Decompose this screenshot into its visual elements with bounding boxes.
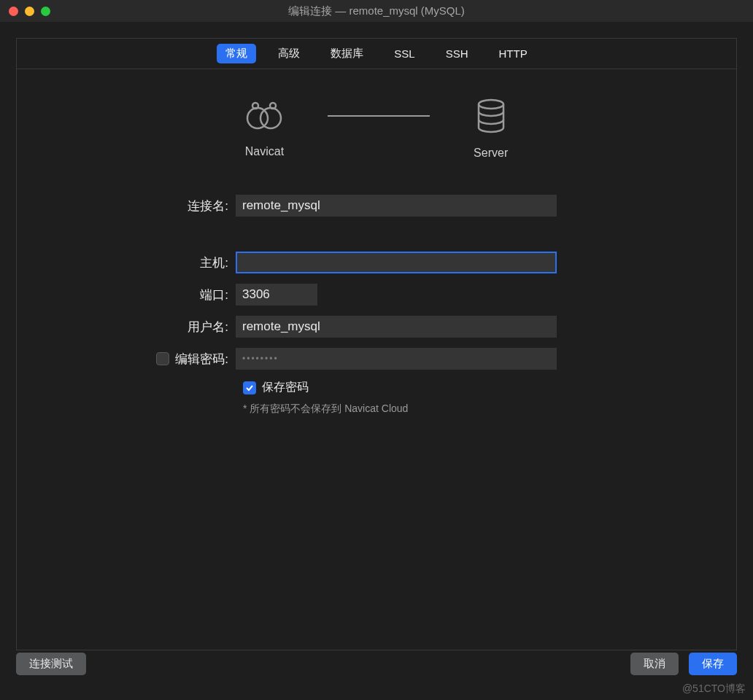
minimize-window-button[interactable]: [25, 7, 34, 16]
host-label: 主机:: [46, 254, 236, 271]
tab-http[interactable]: HTTP: [490, 44, 536, 63]
svg-point-4: [479, 100, 503, 109]
connection-name-label: 连接名:: [46, 198, 236, 214]
tab-advanced[interactable]: 高级: [269, 44, 309, 63]
tab-ssl[interactable]: SSL: [385, 44, 423, 63]
connection-form: 连接名: 主机: 端口: 用户名: 编辑密码: ••••••••: [17, 173, 736, 416]
maximize-window-button[interactable]: [41, 7, 50, 16]
save-password-checkbox[interactable]: [243, 381, 256, 394]
navicat-icon: [246, 100, 282, 135]
edit-password-checkbox[interactable]: [156, 352, 169, 365]
test-connection-button[interactable]: 连接测试: [16, 653, 86, 675]
username-label: 用户名:: [46, 319, 236, 335]
password-hint: * 所有密码不会保存到 Navicat Cloud: [243, 402, 707, 416]
edit-password-label-text: 编辑密码:: [175, 351, 228, 368]
svg-point-1: [260, 108, 281, 128]
save-password-row: 保存密码: [243, 380, 707, 395]
diagram-left-label: Navicat: [245, 145, 284, 158]
cancel-button[interactable]: 取消: [630, 653, 679, 675]
save-password-label: 保存密码: [262, 380, 309, 395]
svg-point-2: [252, 103, 258, 109]
diagram-connector-line: [328, 115, 430, 117]
watermark: @51CTO博客: [682, 682, 746, 696]
connection-diagram: Navicat Server: [17, 69, 736, 173]
port-label: 端口:: [46, 287, 236, 303]
window-title: 编辑连接 — remote_mysql (MySQL): [0, 4, 753, 18]
username-input[interactable]: [236, 316, 557, 338]
edit-password-label: 编辑密码:: [46, 351, 236, 368]
diagram-right-label: Server: [474, 147, 508, 160]
host-input[interactable]: [236, 252, 557, 273]
svg-point-3: [270, 103, 276, 109]
tab-database[interactable]: 数据库: [322, 44, 372, 63]
close-window-button[interactable]: [9, 7, 18, 16]
port-input[interactable]: [236, 284, 317, 306]
password-mask: ••••••••: [242, 354, 279, 364]
database-icon: [476, 98, 506, 136]
connection-name-input[interactable]: [236, 195, 557, 217]
main-panel: 常规 高级 数据库 SSL SSH HTTP Navicat: [16, 38, 737, 650]
tab-ssh[interactable]: SSH: [437, 44, 477, 63]
tabbar: 常规 高级 数据库 SSL SSH HTTP: [17, 39, 736, 69]
tab-general[interactable]: 常规: [217, 44, 256, 63]
traffic-lights: [9, 7, 50, 16]
footer: 连接测试 取消 保存: [16, 653, 737, 675]
titlebar: 编辑连接 — remote_mysql (MySQL): [0, 0, 753, 22]
password-input[interactable]: ••••••••: [236, 348, 557, 370]
save-button[interactable]: 保存: [689, 653, 737, 675]
